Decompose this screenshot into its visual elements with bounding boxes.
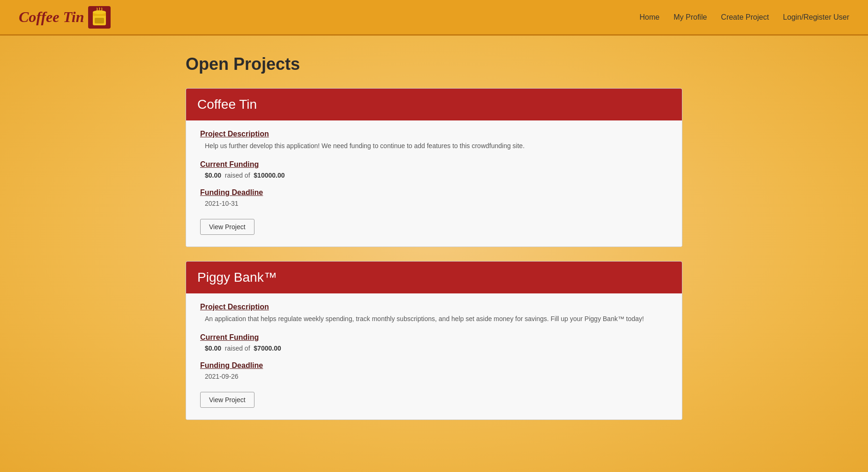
deadline-label-piggy-bank: Funding Deadline: [200, 361, 668, 370]
nav-my-profile[interactable]: My Profile: [673, 13, 707, 22]
nav-create-project[interactable]: Create Project: [721, 13, 769, 22]
project-card-piggy-bank: Piggy Bank™ Project Description An appli…: [186, 261, 682, 420]
goal-amount-coffee-tin: $10000.00: [254, 172, 284, 179]
logo-icon: [88, 6, 111, 29]
project-card-coffee-tin: Coffee Tin Project Description Help us f…: [186, 88, 682, 247]
nav-home[interactable]: Home: [640, 13, 660, 22]
header: Coffee Tin Home My Profile Create Projec…: [0, 0, 868, 36]
current-amount-coffee-tin: $0.00: [205, 172, 221, 179]
deadline-text-coffee-tin: 2021-10-31: [205, 200, 668, 207]
goal-amount-piggy-bank: $7000.00: [254, 345, 281, 352]
funding-label-piggy-bank: Current Funding: [200, 333, 668, 342]
page-title: Open Projects: [186, 54, 682, 74]
project-body-piggy-bank: Project Description An application that …: [186, 293, 682, 420]
project-body-coffee-tin: Project Description Help us further deve…: [186, 120, 682, 247]
logo-area: Coffee Tin: [19, 6, 111, 29]
nav-login-register[interactable]: Login/Register User: [783, 13, 849, 22]
nav-links: Home My Profile Create Project Login/Reg…: [640, 13, 849, 22]
svg-point-3: [93, 10, 106, 14]
description-label-coffee-tin: Project Description: [200, 130, 668, 138]
project-header-coffee-tin: Coffee Tin: [186, 89, 682, 120]
logo-text[interactable]: Coffee Tin: [19, 8, 84, 26]
projects-container: Coffee Tin Project Description Help us f…: [186, 88, 682, 420]
deadline-label-coffee-tin: Funding Deadline: [200, 188, 668, 197]
funding-amount-piggy-bank: $0.00 raised of $7000.00: [205, 345, 668, 352]
funding-amount-coffee-tin: $0.00 raised of $10000.00: [205, 172, 668, 179]
description-label-piggy-bank: Project Description: [200, 303, 668, 311]
svg-rect-2: [95, 18, 104, 23]
deadline-text-piggy-bank: 2021-09-26: [205, 373, 668, 380]
project-name-coffee-tin: Coffee Tin: [197, 97, 671, 112]
funding-label-coffee-tin: Current Funding: [200, 160, 668, 169]
view-project-button-piggy-bank[interactable]: View Project: [200, 392, 254, 408]
description-text-piggy-bank: An application that helps regulate weekl…: [205, 314, 668, 324]
current-amount-piggy-bank: $0.00: [205, 345, 221, 352]
description-text-coffee-tin: Help us further develop this application…: [205, 141, 668, 151]
project-name-piggy-bank: Piggy Bank™: [197, 270, 671, 285]
view-project-button-coffee-tin[interactable]: View Project: [200, 219, 254, 235]
main-content: Open Projects Coffee Tin Project Descrip…: [176, 36, 692, 453]
project-header-piggy-bank: Piggy Bank™: [186, 262, 682, 293]
